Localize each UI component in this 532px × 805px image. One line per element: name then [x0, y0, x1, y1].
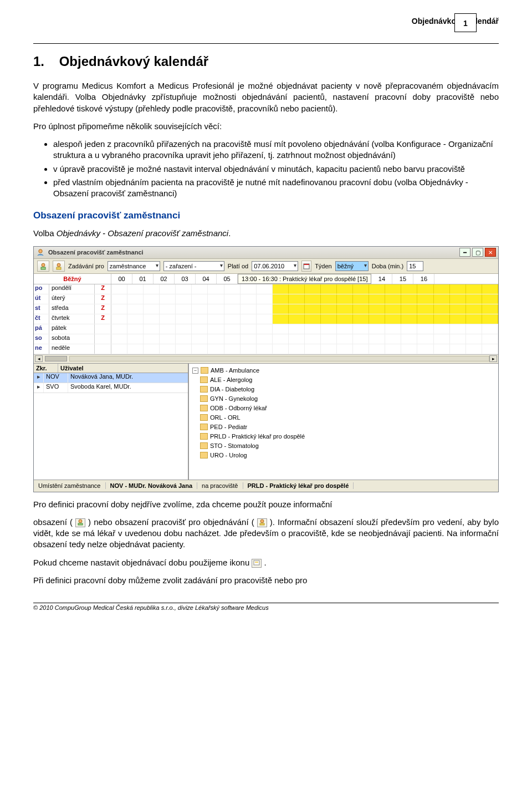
time-slot[interactable] [127, 304, 144, 314]
time-slot[interactable] [111, 334, 127, 344]
time-slot[interactable] [241, 284, 257, 294]
time-slot[interactable] [450, 334, 466, 344]
time-slot[interactable] [401, 324, 417, 334]
time-slot[interactable] [257, 314, 273, 324]
window-close-button[interactable]: ✕ [485, 248, 496, 257]
day-timegrid[interactable] [111, 284, 498, 294]
time-slot[interactable] [353, 324, 369, 334]
time-slot[interactable] [289, 294, 305, 304]
time-slot[interactable] [160, 324, 176, 334]
window-maximize-button[interactable]: ▢ [472, 248, 483, 257]
zarazeni-combo[interactable]: - zařazení - [163, 261, 224, 271]
time-slot[interactable] [241, 334, 257, 344]
time-slot[interactable] [482, 304, 498, 314]
scroll-thumb[interactable] [45, 356, 67, 361]
schedule-day-row[interactable]: útúterýZ [34, 294, 498, 304]
time-slot[interactable] [450, 344, 466, 354]
zadavani-combo[interactable]: zaměstnance [108, 261, 160, 271]
time-slot[interactable] [111, 294, 127, 304]
time-slot[interactable] [417, 344, 433, 354]
time-slot[interactable] [289, 334, 305, 344]
time-slot[interactable] [321, 314, 337, 324]
time-slot[interactable] [257, 334, 273, 344]
day-timegrid[interactable] [111, 294, 498, 304]
time-slot[interactable] [176, 344, 192, 354]
time-slot[interactable] [305, 304, 321, 314]
time-slot[interactable] [289, 314, 305, 324]
tree-item[interactable]: ALE - Alergolog [192, 375, 495, 385]
time-slot[interactable] [385, 324, 401, 334]
time-slot[interactable] [337, 294, 353, 304]
schedule-day-row[interactable]: sosobota [34, 334, 498, 344]
schedule-day-row[interactable]: pápátek [34, 324, 498, 334]
time-slot[interactable] [257, 324, 273, 334]
time-slot[interactable] [321, 344, 337, 354]
time-slot[interactable] [353, 304, 369, 314]
time-slot[interactable] [337, 344, 353, 354]
time-slot[interactable] [434, 314, 450, 324]
time-slot[interactable] [353, 314, 369, 324]
time-slot[interactable] [417, 334, 433, 344]
time-slot[interactable] [482, 344, 498, 354]
time-slot[interactable] [305, 324, 321, 334]
tree-item[interactable]: URO - Urolog [192, 451, 495, 460]
time-slot[interactable] [241, 304, 257, 314]
time-slot[interactable] [369, 294, 385, 304]
time-slot[interactable] [401, 314, 417, 324]
time-slot[interactable] [224, 294, 241, 304]
tree-item[interactable]: PED - Pediatr [192, 422, 495, 432]
time-slot[interactable] [466, 344, 482, 354]
time-slot[interactable] [353, 294, 369, 304]
time-slot[interactable] [385, 334, 401, 344]
time-slot[interactable] [192, 294, 208, 304]
time-slot[interactable] [144, 334, 160, 344]
day-timegrid[interactable] [111, 304, 498, 314]
schedule-day-row[interactable]: popondělíZ [34, 284, 498, 294]
day-timegrid[interactable] [111, 314, 498, 324]
time-slot[interactable] [417, 304, 433, 314]
time-slot[interactable] [208, 344, 224, 354]
time-slot[interactable] [337, 314, 353, 324]
time-slot[interactable] [208, 314, 224, 324]
tree-item[interactable]: PRLD - Praktický lékař pro dospělé [192, 432, 495, 441]
time-slot[interactable] [273, 294, 289, 304]
info-assignment-button[interactable] [37, 261, 49, 272]
time-slot[interactable] [401, 344, 417, 354]
time-slot[interactable] [305, 344, 321, 354]
time-slot[interactable] [289, 324, 305, 334]
user-row[interactable]: ▸NOVNováková Jana, MUDr. [34, 373, 188, 383]
schedule-day-row[interactable]: čtčtvrtekZ [34, 314, 498, 324]
time-slot[interactable] [482, 284, 498, 294]
time-slot[interactable] [482, 334, 498, 344]
time-slot[interactable] [192, 304, 208, 314]
time-slot[interactable] [144, 314, 160, 324]
time-slot[interactable] [289, 304, 305, 314]
time-slot[interactable] [337, 334, 353, 344]
time-slot[interactable] [224, 314, 241, 324]
tree-item[interactable]: ORL - ORL [192, 413, 495, 422]
time-slot[interactable] [434, 284, 450, 294]
time-slot[interactable] [127, 294, 144, 304]
time-slot[interactable] [385, 294, 401, 304]
time-slot[interactable] [369, 324, 385, 334]
time-slot[interactable] [176, 284, 192, 294]
doba-input[interactable]: 15 [407, 261, 423, 271]
time-slot[interactable] [434, 344, 450, 354]
time-slot[interactable] [273, 304, 289, 314]
time-slot[interactable] [257, 304, 273, 314]
time-slot[interactable] [160, 284, 176, 294]
window-titlebar[interactable]: Obsazení pracovišť zaměstnanci ━ ▢ ✕ [34, 247, 498, 259]
schedule-day-row[interactable]: neneděle [34, 344, 498, 354]
time-slot[interactable] [224, 344, 241, 354]
time-slot[interactable] [111, 284, 127, 294]
time-slot[interactable] [144, 304, 160, 314]
time-slot[interactable] [353, 344, 369, 354]
platiod-date[interactable]: 07.06.2010 [252, 261, 298, 271]
time-slot[interactable] [273, 344, 289, 354]
time-slot[interactable] [466, 294, 482, 304]
time-slot[interactable] [160, 334, 176, 344]
time-slot[interactable] [224, 284, 241, 294]
time-slot[interactable] [273, 284, 289, 294]
time-slot[interactable] [127, 324, 144, 334]
time-slot[interactable] [160, 314, 176, 324]
